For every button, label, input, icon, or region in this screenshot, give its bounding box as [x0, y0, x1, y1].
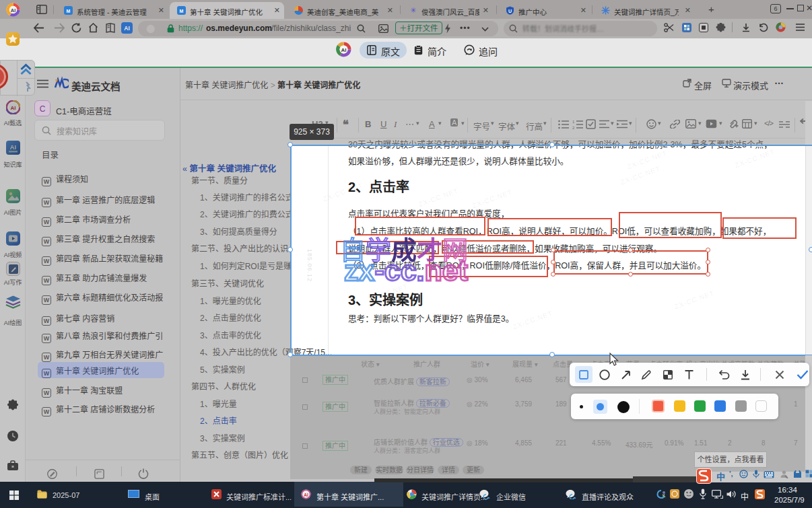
svg-text:AI: AI: [341, 47, 347, 53]
svg-text:AI: AI: [10, 143, 17, 151]
svg-text:M: M: [180, 9, 184, 13]
svg-text:✳: ✳: [410, 6, 416, 14]
svg-text:AI: AI: [124, 25, 130, 32]
svg-text:2: 2: [572, 126, 575, 129]
svg-text:AI: AI: [304, 493, 308, 497]
svg-text:AI: AI: [11, 7, 16, 13]
svg-text:AI: AI: [11, 105, 16, 111]
svg-text:M: M: [67, 9, 71, 13]
svg-text:1: 1: [572, 120, 575, 124]
svg-text:U: U: [508, 9, 512, 13]
